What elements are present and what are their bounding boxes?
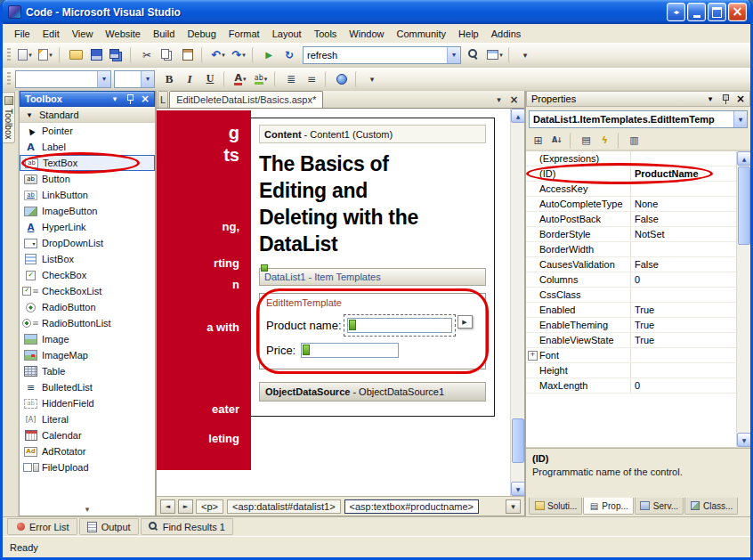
titlebar[interactable]: Code - Microsoft Visual Studio bbox=[3, 0, 750, 24]
toolbox-item[interactable]: RadioButtonList bbox=[20, 315, 155, 331]
property-pages-icon[interactable] bbox=[626, 133, 643, 148]
font-size-combobox[interactable] bbox=[114, 70, 155, 88]
property-value[interactable]: False bbox=[631, 212, 736, 226]
property-row[interactable]: Font bbox=[526, 348, 736, 363]
bulleted-list-icon[interactable] bbox=[302, 70, 321, 88]
properties-header[interactable]: Properties bbox=[526, 91, 750, 107]
save-icon[interactable] bbox=[86, 46, 106, 64]
bold-icon[interactable] bbox=[159, 70, 179, 88]
find-icon[interactable] bbox=[465, 46, 484, 64]
toolbox-header[interactable]: Toolbox bbox=[20, 91, 155, 107]
open-folder-icon[interactable] bbox=[66, 46, 85, 64]
toolbar-grip[interactable] bbox=[7, 72, 11, 86]
property-row[interactable]: Enabled True bbox=[526, 303, 736, 318]
menu-item[interactable]: Addins bbox=[485, 26, 528, 42]
property-row[interactable]: EnableViewState True bbox=[526, 333, 736, 348]
property-row[interactable]: AccessKey bbox=[526, 182, 736, 197]
product-name-textbox[interactable] bbox=[347, 318, 452, 333]
smart-tag-button[interactable] bbox=[457, 315, 473, 329]
maximize-button[interactable] bbox=[708, 3, 726, 21]
menu-item[interactable]: Community bbox=[390, 26, 452, 42]
scroll-up-icon[interactable] bbox=[511, 109, 524, 123]
titlebar-arrows-button[interactable] bbox=[667, 3, 685, 21]
toolbox-item[interactable]: Button bbox=[20, 171, 155, 187]
property-row[interactable]: AutoPostBack False bbox=[526, 212, 736, 227]
tab-list-dropdown-icon[interactable] bbox=[492, 93, 506, 106]
toolbox-item[interactable]: ImageMap bbox=[20, 347, 155, 363]
toolbox-item[interactable]: HiddenField bbox=[20, 395, 155, 411]
menu-item[interactable]: Layout bbox=[266, 26, 308, 42]
cut-icon[interactable] bbox=[137, 46, 157, 64]
property-value[interactable]: True bbox=[631, 333, 736, 347]
tag-breadcrumb[interactable]: <asp:textbox#productname> bbox=[344, 499, 479, 514]
property-value[interactable] bbox=[631, 242, 736, 256]
properties-scrollbar[interactable] bbox=[736, 151, 750, 447]
property-value[interactable]: 0 bbox=[631, 378, 736, 393]
highlight-icon[interactable] bbox=[251, 70, 271, 88]
property-row[interactable]: BorderWidth bbox=[526, 242, 736, 257]
property-row[interactable]: BorderStyle NotSet bbox=[526, 227, 736, 242]
panel-tab[interactable]: Serv... bbox=[635, 498, 684, 515]
dropdown-arrow-icon[interactable] bbox=[733, 111, 747, 127]
bottom-panel-tab[interactable]: Output bbox=[79, 518, 139, 535]
toolbox-item[interactable]: Calendar bbox=[20, 427, 155, 443]
redo-icon[interactable] bbox=[229, 46, 248, 64]
font-name-combobox[interactable] bbox=[15, 70, 111, 88]
close-document-icon[interactable] bbox=[507, 93, 521, 106]
toolbar-icon[interactable] bbox=[508, 47, 512, 63]
content-region[interactable]: Content - Content1 (Custom) The Basics o… bbox=[251, 118, 495, 417]
property-row[interactable]: MaxLength 0 bbox=[526, 378, 736, 394]
property-row[interactable]: AutoCompleteType None bbox=[526, 197, 736, 212]
panel-tab[interactable]: Soluti... bbox=[529, 498, 582, 515]
pin-icon[interactable] bbox=[719, 93, 732, 105]
panel-tab[interactable]: Class... bbox=[684, 498, 738, 515]
toolbar-icon[interactable] bbox=[201, 47, 205, 63]
toolbox-item[interactable]: BulletedList bbox=[20, 379, 155, 395]
start-debug-icon[interactable] bbox=[259, 46, 279, 64]
toolbar-icon[interactable] bbox=[59, 47, 62, 63]
property-value[interactable] bbox=[631, 348, 736, 362]
toolbox-item[interactable]: FileUpload bbox=[20, 459, 155, 475]
property-row[interactable]: Columns 0 bbox=[526, 272, 736, 288]
toolbox-item[interactable]: TextBox bbox=[20, 155, 155, 171]
design-surface[interactable]: gtsng,rtingna witheaterleting Content - … bbox=[157, 109, 524, 496]
hyperlink-icon[interactable] bbox=[332, 70, 352, 88]
property-value[interactable]: ProductName bbox=[631, 166, 736, 181]
toolbar-options-icon[interactable] bbox=[515, 46, 535, 64]
scroll-down-icon[interactable] bbox=[511, 482, 524, 496]
menu-item[interactable]: Build bbox=[147, 26, 181, 42]
edit-item-template[interactable]: EditItemTemplate Product name: Price: bbox=[259, 293, 486, 369]
document-tab[interactable]: EditDeleteDataList/Basics.aspx* bbox=[169, 91, 323, 108]
panel-close-icon[interactable] bbox=[139, 93, 151, 105]
content-placeholder-header[interactable]: Content - Content1 (Custom) bbox=[259, 125, 486, 143]
window-menu-icon[interactable] bbox=[109, 93, 121, 105]
menu-item[interactable]: View bbox=[66, 26, 100, 42]
tag-breadcrumb[interactable]: <p> bbox=[196, 499, 223, 514]
property-value[interactable]: None bbox=[631, 197, 736, 211]
toolbox-item[interactable]: LinkButton bbox=[20, 187, 155, 203]
pin-icon[interactable] bbox=[124, 93, 136, 105]
toolbox-item[interactable]: CheckBox bbox=[20, 267, 155, 283]
italic-icon[interactable] bbox=[180, 70, 199, 88]
toolbar-icon[interactable] bbox=[252, 47, 255, 63]
add-item-icon[interactable] bbox=[36, 46, 55, 64]
toolbox-item[interactable]: AdRotator bbox=[20, 443, 155, 459]
window-menu-icon[interactable] bbox=[704, 93, 717, 105]
toolbar-icon[interactable] bbox=[130, 47, 134, 63]
property-row[interactable]: (Expressions) bbox=[526, 151, 736, 166]
save-all-icon[interactable] bbox=[107, 46, 126, 64]
property-value[interactable]: NotSet bbox=[631, 227, 736, 241]
bottom-panel-tab[interactable]: Error List bbox=[7, 518, 77, 535]
menu-item[interactable]: Tools bbox=[308, 26, 344, 42]
property-value[interactable]: True bbox=[631, 318, 736, 332]
properties-toolbar-icon[interactable] bbox=[570, 133, 573, 149]
panel-tab[interactable]: Prop... bbox=[583, 498, 633, 515]
editor-vertical-scrollbar[interactable] bbox=[510, 109, 524, 496]
scroll-up-icon[interactable] bbox=[737, 151, 751, 166]
toolbox-item[interactable]: CheckBoxList bbox=[20, 283, 155, 299]
price-textbox[interactable] bbox=[301, 343, 399, 358]
minimize-button[interactable] bbox=[687, 3, 706, 21]
font-color-icon[interactable] bbox=[231, 70, 250, 88]
property-value[interactable] bbox=[631, 182, 736, 196]
underline-icon[interactable] bbox=[200, 70, 220, 88]
